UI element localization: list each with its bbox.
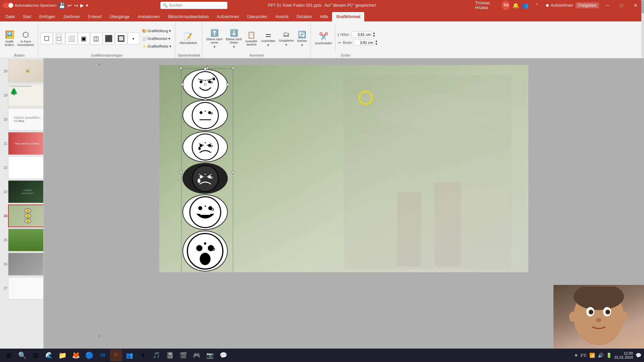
shape-preset-3[interactable]: ⬜ bbox=[65, 33, 77, 45]
shape-preset-5[interactable]: ◫ bbox=[90, 33, 102, 45]
slide-thumb-18[interactable]: 🖼️ bbox=[8, 60, 44, 82]
app6-btn[interactable]: 🎬 bbox=[177, 349, 189, 361]
slide-item-19[interactable]: 19 🌲 bbox=[8, 84, 42, 107]
height-input[interactable] bbox=[352, 32, 372, 38]
minimize-btn[interactable]: ─ bbox=[602, 0, 613, 11]
width-down[interactable]: ▼ bbox=[375, 43, 378, 46]
slide-thumb-25[interactable] bbox=[8, 229, 44, 251]
drehen-btn[interactable]: 🔄 Drehen ▾ bbox=[296, 29, 309, 48]
shape-preset-6[interactable]: ⬛ bbox=[103, 33, 115, 45]
outlook-btn[interactable]: ✉ bbox=[97, 349, 109, 361]
slide-item-25[interactable]: 25 bbox=[8, 229, 42, 251]
grafik-andern-btn[interactable]: 🖼️ Grafikändern bbox=[3, 29, 15, 48]
gruppe-dropdown[interactable]: ▾ bbox=[285, 43, 287, 47]
present-icon[interactable]: ▶ bbox=[80, 3, 84, 8]
vorne-dropdown[interactable]: ▾ bbox=[214, 45, 215, 49]
redo-icon[interactable]: ↪ bbox=[74, 2, 78, 9]
tab-einfugen[interactable]: Einfügen bbox=[35, 12, 59, 21]
fill-dropdown-icon[interactable]: ▾ bbox=[169, 29, 171, 33]
volume-icon[interactable]: 🔊 bbox=[598, 353, 603, 358]
slide-thumb-22[interactable] bbox=[8, 156, 44, 179]
slide-item-18[interactable]: 18 🖼️ bbox=[8, 60, 42, 82]
canvas-scroll-down[interactable]: ▼ bbox=[97, 334, 101, 339]
app9-btn[interactable]: 💬 bbox=[217, 349, 229, 361]
grafikkontur-btn[interactable]: ⬜ Grafikkontur ▾ bbox=[140, 35, 173, 42]
slide-item-24[interactable]: 24 😊 😐 😢 bbox=[8, 204, 42, 227]
tab-bildschirm[interactable]: Bildschirmpräsentation bbox=[164, 12, 213, 21]
tab-entwurf[interactable]: Entwurf bbox=[84, 12, 106, 21]
app5-btn[interactable]: 🎵 bbox=[150, 349, 162, 361]
effekte-dropdown-icon[interactable]: ▾ bbox=[169, 44, 171, 49]
drehen-dropdown[interactable]: ▾ bbox=[301, 43, 303, 47]
ausrichten-dropdown[interactable]: ▾ bbox=[267, 43, 269, 47]
task-view-btn[interactable]: ⧉ bbox=[30, 349, 42, 361]
slide-item-20[interactable]: 20 Objekte auswählen...mit Box bbox=[8, 108, 42, 131]
undo-icon[interactable]: ↩ bbox=[67, 2, 72, 9]
hinten-dropdown[interactable]: ▾ bbox=[233, 45, 235, 49]
emoji-face-4[interactable] bbox=[182, 163, 228, 194]
chrome-btn[interactable]: 🔵 bbox=[83, 349, 95, 361]
e1-handle-l[interactable] bbox=[181, 83, 184, 86]
shape-preset-4[interactable]: ▣ bbox=[78, 33, 90, 45]
more-icon[interactable]: ▾ bbox=[86, 3, 88, 8]
share-icon[interactable]: 🔔 bbox=[513, 2, 519, 9]
tab-ubergange[interactable]: Übergänge bbox=[106, 12, 133, 21]
aufzeichnen-btn[interactable]: ⏺Aufzeichnen bbox=[545, 3, 573, 8]
slide-thumb-23[interactable]: Objekteausrichten bbox=[8, 180, 44, 203]
shape-preset-7[interactable]: 🔲 bbox=[115, 33, 127, 45]
search-taskbar-btn[interactable]: 🔍 bbox=[16, 349, 28, 361]
save-icon[interactable]: 💾 bbox=[59, 2, 65, 9]
in-form-btn[interactable]: ⬡ In Formkonvertieren bbox=[16, 29, 36, 48]
tab-start[interactable]: Start bbox=[19, 12, 35, 21]
tab-dictation[interactable]: Dictation bbox=[292, 12, 316, 21]
gruppieren-btn[interactable]: 🗂 Gruppieren ▾ bbox=[277, 29, 295, 48]
app8-btn[interactable]: 📷 bbox=[204, 349, 216, 361]
firefox-btn[interactable]: 🦊 bbox=[70, 349, 82, 361]
teams-btn[interactable]: 👥 bbox=[123, 349, 136, 361]
ribbon-collapse-btn[interactable]: ⌃ bbox=[531, 0, 543, 11]
slide-thumb-20[interactable]: Objekte auswählen...mit Box bbox=[8, 108, 44, 131]
ebene-hinten-btn[interactable]: ⬇️ Ebene nachhinten ▾ bbox=[224, 29, 243, 48]
autosave-toggle[interactable] bbox=[3, 3, 13, 8]
grafikeffekte-btn[interactable]: ✨ Grafikeffekte ▾ bbox=[140, 43, 173, 50]
search-bar[interactable]: 🔍 Suchen bbox=[160, 2, 227, 9]
tab-aufzeichnen[interactable]: Aufzeichnen bbox=[213, 12, 243, 21]
emoji-selection-container[interactable] bbox=[181, 68, 233, 272]
auswahlbereich-btn[interactable]: 📋 Auswahl-bereich bbox=[244, 29, 259, 48]
ebene-vorne-btn[interactable]: ⬆️ Ebene nachvorne ▾ bbox=[205, 29, 224, 48]
slide-thumb-27[interactable] bbox=[8, 277, 44, 300]
slide-item-21[interactable]: 21 They went to Sahara... bbox=[8, 132, 42, 155]
emoji-face-6[interactable] bbox=[182, 231, 228, 272]
tab-ansicht[interactable]: Ansicht bbox=[271, 12, 292, 21]
onenote-btn[interactable]: 📓 bbox=[164, 349, 176, 361]
telegram-btn[interactable]: ✈ bbox=[137, 349, 149, 361]
e1-handle-r[interactable] bbox=[226, 83, 229, 86]
slide-item-23[interactable]: 23 Objekteausrichten bbox=[8, 180, 42, 203]
width-input[interactable] bbox=[354, 40, 374, 46]
collab-icon[interactable]: 👥 bbox=[522, 2, 529, 9]
maximize-btn[interactable]: □ bbox=[616, 0, 627, 11]
ausrichten-btn[interactable]: ⚌ Ausrichten ▾ bbox=[260, 29, 277, 48]
tab-zeichnen[interactable]: Zeichnen bbox=[59, 12, 84, 21]
height-up[interactable]: ▲ bbox=[373, 32, 375, 35]
emoji-face-3[interactable] bbox=[182, 131, 228, 162]
close-btn[interactable]: ✕ bbox=[630, 0, 641, 11]
slide-thumb-26[interactable] bbox=[8, 253, 44, 276]
emoji-face-2[interactable] bbox=[182, 100, 228, 131]
grafikfullung-btn[interactable]: 🎨 Grafikfüllung ▾ bbox=[140, 27, 173, 35]
tab-uberpruf[interactable]: Überprüfen bbox=[243, 12, 271, 21]
tab-grafikformat[interactable]: Grafikformat bbox=[332, 12, 364, 21]
shape-preset-2[interactable]: □ bbox=[53, 33, 65, 45]
notification-btn[interactable]: 💬 bbox=[636, 353, 641, 358]
e1-center[interactable] bbox=[204, 83, 207, 86]
battery-icon[interactable]: 🔋 bbox=[606, 353, 612, 358]
app7-btn[interactable]: 🎮 bbox=[191, 349, 203, 361]
kontur-dropdown-icon[interactable]: ▾ bbox=[168, 37, 170, 41]
height-down[interactable]: ▼ bbox=[373, 35, 375, 38]
slide-thumb-21[interactable]: They went to Sahara... bbox=[8, 132, 44, 155]
canvas-scroll-up[interactable]: ▲ bbox=[97, 62, 101, 66]
start-btn[interactable]: ⊞ bbox=[3, 349, 15, 361]
tab-animationen[interactable]: Animationen bbox=[133, 12, 164, 21]
more-presets-btn[interactable]: ▾ bbox=[127, 33, 140, 45]
freigeben-btn[interactable]: Freigeben bbox=[576, 2, 599, 8]
